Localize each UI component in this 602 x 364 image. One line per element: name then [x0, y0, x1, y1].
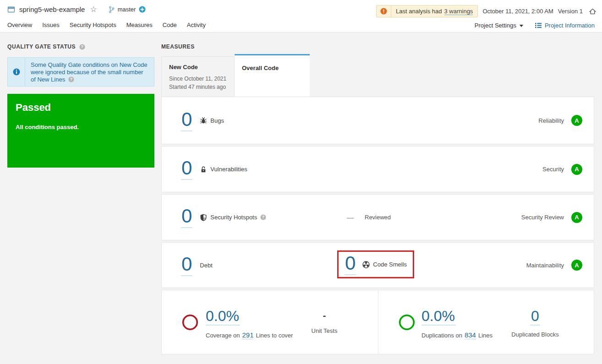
quality-gate-info-banner: Some Quality Gate conditions on New Code…	[7, 57, 154, 87]
measures-panel: 0 Bugs Reliability A 0	[161, 97, 594, 354]
analysis-date: October 11, 2021, 2:00 AM	[482, 8, 553, 15]
project-settings-button[interactable]: Project Settings	[475, 22, 523, 29]
quality-gate-status-banner: Passed All conditions passed.	[7, 94, 154, 168]
quality-gate-status: Passed	[16, 102, 146, 114]
duplications-ring-icon	[399, 314, 415, 331]
branch-name: master	[118, 6, 136, 13]
warnings-link[interactable]: 3 warnings	[444, 8, 473, 15]
tab-overview[interactable]: Overview	[7, 22, 32, 32]
code-smells-annotation-box: 0 Code Smells	[337, 250, 414, 278]
reviewed-metric: — Reviewed	[347, 213, 391, 221]
duplicated-blocks-value[interactable]: 0	[530, 309, 540, 326]
shield-icon	[200, 214, 207, 221]
page-header: spring5-web-example ☆ master Last analys…	[0, 0, 602, 32]
project-title: spring5-web-example	[19, 5, 85, 13]
unit-tests-metric: - Unit Tests	[299, 311, 350, 334]
coverage-section: 0.0% Coverage on 291 Lines to cover - Un…	[162, 290, 378, 354]
duplications-value[interactable]: 0.0%	[421, 309, 456, 326]
code-smells-count[interactable]: 0	[345, 254, 356, 275]
branch-icon	[109, 6, 115, 13]
security-hotspots-label: Security Hotspots	[210, 214, 257, 221]
help-icon[interactable]: ?	[260, 214, 266, 220]
svg-text:?: ?	[262, 215, 265, 219]
coverage-duplications-row: 0.0% Coverage on 291 Lines to cover - Un…	[161, 290, 594, 354]
project-title-row: spring5-web-example ☆ master	[7, 5, 146, 13]
unit-tests-label: Unit Tests	[299, 327, 350, 334]
bugs-row: 0 Bugs Reliability A	[161, 97, 594, 144]
overview-content: QUALITY GATE STATUS ? Some Quality Gate …	[0, 32, 602, 364]
tab-activity[interactable]: Activity	[187, 22, 206, 32]
unit-tests-value: -	[299, 311, 350, 320]
analysis-meta: Last analysis had 3 warnings October 11,…	[376, 5, 597, 17]
duplicated-lines-link[interactable]: 834	[465, 331, 476, 339]
reviewed-value: —	[347, 213, 354, 221]
duplications-section: 0.0% Duplications on 834 Lines 0 Duplica…	[378, 290, 594, 354]
duplications-caption: Duplications on 834 Lines	[421, 331, 493, 339]
project-nav: Overview Issues Security Hotspots Measur…	[7, 22, 206, 32]
bugs-label: Bugs	[210, 117, 224, 124]
duplicated-blocks-label: Duplicated Blocks	[508, 331, 563, 338]
home-icon[interactable]	[589, 8, 597, 15]
branch-selector[interactable]: master	[109, 6, 146, 13]
info-icon	[8, 58, 25, 86]
new-code-started: Started 47 minutes ago	[169, 83, 227, 91]
tab-security-hotspots[interactable]: Security Hotspots	[70, 22, 116, 32]
project-icon	[7, 6, 15, 13]
chevron-down-icon	[520, 25, 523, 27]
open-lock-icon	[200, 166, 207, 173]
debt-label: Debt	[200, 262, 212, 269]
code-smell-icon	[362, 261, 370, 268]
maintainability-rating-badge[interactable]: A	[571, 260, 582, 271]
quality-gate-info-message: Some Quality Gate conditions on New Code…	[25, 58, 154, 86]
security-hotspots-row: 0 Security Hotspots ? — Reviewed Securit…	[161, 194, 594, 240]
new-code-since: Since October 11, 2021	[169, 75, 227, 83]
vulnerabilities-count[interactable]: 0	[181, 158, 192, 180]
maintainability-row: 0 Debt 0 Code Smells Maintainability A	[161, 242, 594, 288]
coverage-ring-icon	[182, 314, 198, 331]
security-review-rating-badge[interactable]: A	[571, 212, 582, 223]
warning-banner: Last analysis had 3 warnings	[376, 5, 478, 17]
reliability-rating-badge[interactable]: A	[571, 115, 582, 126]
project-information-link[interactable]: Project Information	[535, 22, 595, 29]
debt-value[interactable]: 0	[181, 255, 192, 276]
measures-section-title: MEASURES	[161, 43, 195, 50]
overall-code-tab[interactable]: Overall Code	[235, 54, 310, 97]
project-version: Version 1	[558, 8, 583, 15]
vulnerabilities-row: 0 Vulnerabilities Security A	[161, 146, 594, 192]
svg-text:?: ?	[81, 44, 84, 49]
duplicated-blocks-metric: 0 Duplicated Blocks	[508, 309, 563, 338]
add-branch-icon[interactable]	[139, 6, 146, 13]
help-icon[interactable]: ?	[79, 44, 85, 50]
code-smells-label: Code Smells	[373, 261, 407, 268]
bugs-count[interactable]: 0	[181, 110, 192, 131]
reliability-label: Reliability	[538, 117, 564, 124]
quality-gate-section-title: QUALITY GATE STATUS ?	[7, 43, 85, 50]
warning-icon	[377, 8, 391, 15]
coverage-caption: Coverage on 291 Lines to cover	[206, 331, 293, 339]
favorite-star-icon[interactable]: ☆	[90, 5, 97, 13]
svg-text:?: ?	[70, 77, 73, 81]
lines-to-cover-link[interactable]: 291	[242, 331, 253, 339]
list-icon	[535, 22, 542, 28]
bug-icon	[200, 117, 207, 124]
new-code-tab-label: New Code	[169, 64, 227, 71]
new-code-tab[interactable]: New Code Since October 11, 2021 Started …	[161, 56, 235, 97]
security-hotspots-count[interactable]: 0	[181, 206, 192, 228]
reviewed-label: Reviewed	[365, 214, 391, 221]
tab-measures[interactable]: Measures	[126, 22, 153, 32]
maintainability-label: Maintainability	[526, 262, 564, 269]
warning-text: Last analysis had 3 warnings	[391, 5, 477, 17]
tab-code[interactable]: Code	[163, 22, 177, 32]
tab-issues[interactable]: Issues	[42, 22, 60, 32]
quality-gate-detail: All conditions passed.	[16, 124, 146, 130]
vulnerabilities-label: Vulnerabilities	[210, 166, 247, 173]
security-review-label: Security Review	[521, 214, 564, 221]
overall-code-tab-label: Overall Code	[242, 65, 302, 71]
security-label: Security	[542, 166, 564, 173]
project-nav-right: Project Settings Project Information	[475, 22, 595, 29]
help-icon[interactable]: ?	[68, 76, 74, 82]
coverage-value[interactable]: 0.0%	[206, 309, 240, 326]
security-rating-badge[interactable]: A	[571, 164, 582, 175]
